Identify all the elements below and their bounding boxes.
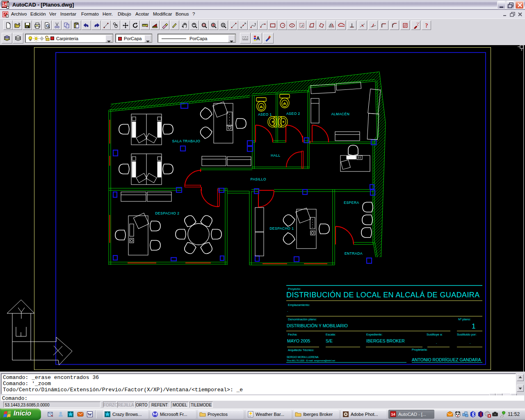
svg-text:ESPERA: ESPERA [344,201,359,205]
svg-text:SERGIO MORA LLERENA: SERGIO MORA LLERENA [287,356,319,358]
svg-text:.: . [436,340,437,345]
svg-text:Escala:: Escala: [326,333,336,336]
svg-text:IBERGES BROKER: IBERGES BROKER [366,338,405,343]
svg-text:.: . [470,340,471,345]
svg-text:.: . [287,308,288,313]
svg-text:Emplazamiento:: Emplazamiento: [288,303,310,307]
svg-text:Nº plano:: Nº plano: [458,317,471,321]
svg-text:Sustituye a:: Sustituye a: [427,333,443,336]
svg-text:Tfno.661.70.1320 - E-mail: ser: Tfno.661.70.1320 - E-mail: sergomora@tel… [287,359,336,362]
svg-text:?: ? [425,23,428,29]
svg-text:W: W [88,412,92,417]
svg-text:DESPACHO 1: DESPACHO 1 [269,226,294,231]
svg-text:ASEO 1: ASEO 1 [258,112,272,116]
svg-text:PASILLO: PASILLO [251,177,266,181]
svg-text:Fecha:: Fecha: [288,333,297,336]
svg-text:ALMACÉN: ALMACÉN [331,112,350,116]
svg-text:ASEO 2: ASEO 2 [286,112,300,116]
svg-text:1: 1 [472,322,475,330]
svg-text:DESPACHO 2: DESPACHO 2 [155,211,179,215]
svg-text:S/E: S/E [326,338,333,343]
svg-text:Proyecto:: Proyecto: [288,287,301,291]
svg-text:Expediente:: Expediente: [366,333,383,336]
svg-text:Arquitecto Técnico:: Arquitecto Técnico: [288,348,314,352]
svg-text:ANTONIO RODRÍGUEZ GANDARA: ANTONIO RODRÍGUEZ GANDARA [412,357,481,362]
svg-text:SALA TRABAJO: SALA TRABAJO [172,139,201,143]
svg-text:A: A [256,36,260,41]
svg-text:Propietaria:: Propietaria: [412,348,427,352]
svg-text:HALL: HALL [271,153,280,158]
svg-text:Denominación plano:: Denominación plano: [288,317,317,321]
svg-text:14: 14 [391,412,395,416]
svg-text:DISTRIBUCIÓN DE LOCAL EN ALCAL: DISTRIBUCIÓN DE LOCAL EN ALCALÁ DE GUADA… [286,290,480,299]
svg-text:Sustituido por:: Sustituido por: [457,333,477,336]
svg-text:DISTRIBUCIÓN Y MOBILIARIO: DISTRIBUCIÓN Y MOBILIARIO [287,323,348,328]
svg-text:MAYO 2005: MAYO 2005 [287,338,310,343]
svg-text:ENTRADA: ENTRADA [345,251,363,256]
